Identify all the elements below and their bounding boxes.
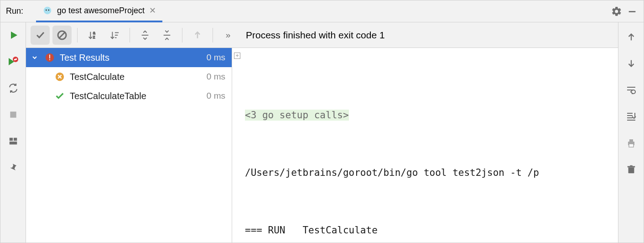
svg-rect-32 <box>628 167 634 173</box>
svg-rect-7 <box>10 111 16 117</box>
fail-x-icon <box>54 71 65 82</box>
svg-line-12 <box>59 32 65 38</box>
tree-item-time: 0 ms <box>207 72 225 82</box>
collapse-all-icon[interactable] <box>157 26 177 45</box>
svg-text:z: z <box>93 35 95 39</box>
scroll-up-icon[interactable] <box>623 29 639 45</box>
prev-failed-icon[interactable] <box>188 26 207 45</box>
svg-rect-10 <box>9 142 17 144</box>
print-icon[interactable] <box>623 135 639 151</box>
scroll-down-icon[interactable] <box>623 55 639 72</box>
rerun-failed-icon[interactable] <box>5 53 21 70</box>
pin-icon[interactable] <box>5 159 21 176</box>
tree-item-label: TestCalculate <box>70 72 202 82</box>
svg-rect-22 <box>49 59 50 60</box>
tree-item-label: TestCalculateTable <box>70 91 202 101</box>
tree-root-row[interactable]: Test Results 0 ms <box>26 48 232 67</box>
expand-all-icon[interactable] <box>135 26 155 45</box>
sort-duration-icon[interactable] <box>105 26 124 45</box>
svg-rect-3 <box>629 11 636 12</box>
header-bar: Run: go test awesomeProject ✕ <box>0 0 644 22</box>
svg-point-2 <box>48 10 49 11</box>
svg-rect-21 <box>49 55 50 58</box>
fold-summary[interactable]: <3 go setup calls> <box>245 110 349 121</box>
tree-item-pass[interactable]: TestCalculateTable 0 ms <box>26 86 232 106</box>
svg-point-1 <box>46 10 47 11</box>
fail-circle-icon <box>44 52 55 63</box>
show-ignored-icon[interactable] <box>52 26 72 45</box>
console-line: /Users/jetbrains/goroot/bin/go tool test… <box>235 163 618 182</box>
settings-icon[interactable] <box>609 4 624 19</box>
trash-icon[interactable] <box>623 161 639 178</box>
soft-wrap-icon[interactable] <box>623 82 639 98</box>
tree-item-time: 0 ms <box>207 91 225 101</box>
svg-rect-9 <box>13 138 16 141</box>
test-tree[interactable]: Test Results 0 ms TestCalculate 0 ms Tes… <box>26 48 232 243</box>
console-output[interactable]: + <3 go setup calls> /Users/jetbrains/go… <box>232 48 618 243</box>
close-tab-icon[interactable]: ✕ <box>149 5 156 16</box>
show-passed-icon[interactable] <box>31 26 50 45</box>
layout-icon[interactable] <box>5 133 21 149</box>
toggle-auto-test-icon[interactable] <box>5 80 21 96</box>
toolbar-status-text: Process finished with exit code 1 <box>246 30 385 41</box>
minimize-icon[interactable] <box>624 4 640 19</box>
svg-rect-31 <box>629 144 634 147</box>
svg-rect-8 <box>9 138 12 141</box>
svg-rect-33 <box>627 166 635 168</box>
chevron-down-icon[interactable] <box>30 54 40 61</box>
go-icon <box>42 5 52 16</box>
stop-icon[interactable] <box>5 106 21 123</box>
tree-root-time: 0 ms <box>207 53 225 63</box>
svg-text:a: a <box>93 31 95 35</box>
run-config-tab[interactable]: go test awesomeProject ✕ <box>36 0 162 22</box>
right-action-gutter <box>618 22 644 243</box>
left-action-gutter <box>0 22 26 243</box>
tree-item-fail[interactable]: TestCalculate 0 ms <box>26 67 232 86</box>
run-icon[interactable] <box>5 27 21 43</box>
scroll-to-end-icon[interactable] <box>623 108 639 125</box>
test-toolbar: az » Process finished with exit code 1 <box>26 22 618 48</box>
fold-expand-icon[interactable]: + <box>234 53 240 59</box>
more-toolbar-icon[interactable]: » <box>218 26 238 45</box>
svg-rect-30 <box>629 139 633 142</box>
svg-rect-34 <box>630 165 633 166</box>
svg-point-0 <box>44 7 52 15</box>
console-line: === RUN TestCalculate <box>235 221 618 240</box>
tree-root-label: Test Results <box>60 53 202 63</box>
tab-title: go test awesomeProject <box>57 6 145 16</box>
sort-icon[interactable]: az <box>83 26 102 45</box>
pass-check-icon <box>54 90 65 101</box>
run-label: Run: <box>6 6 23 16</box>
